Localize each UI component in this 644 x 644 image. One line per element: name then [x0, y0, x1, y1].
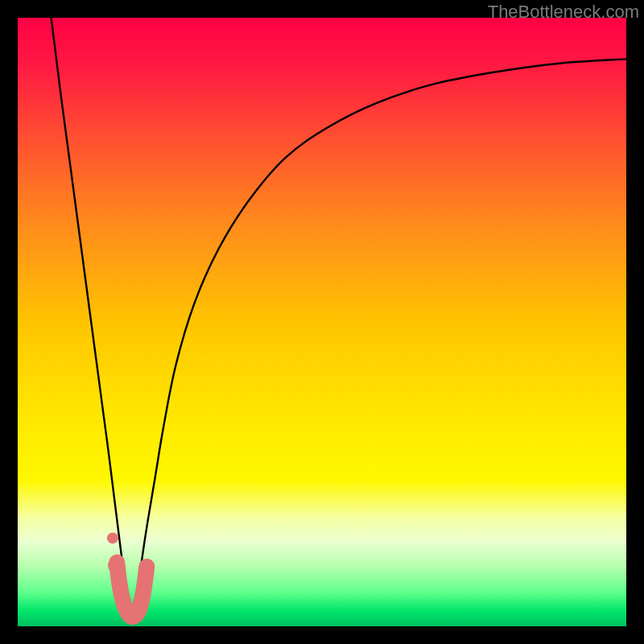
chart-svg — [18, 18, 626, 626]
watermark-text: TheBottleneck.com — [488, 2, 639, 23]
chart-frame: TheBottleneck.com — [0, 0, 644, 644]
marker-dot — [107, 532, 118, 543]
plot-area — [18, 18, 626, 626]
marker-dot — [108, 558, 122, 572]
